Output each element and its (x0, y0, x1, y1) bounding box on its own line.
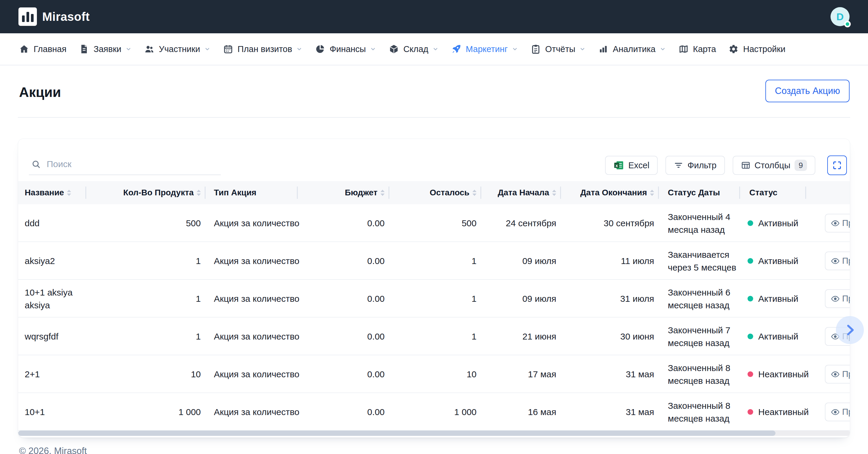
columns-table-icon (741, 161, 750, 170)
table-row: 2+1 10 Акция за количество 0.00 10 17 ма… (18, 355, 850, 393)
cell-type: Акция за количество (206, 369, 298, 379)
page-title: Акции (19, 84, 61, 100)
column-header-budget[interactable]: Бюджет (298, 181, 390, 204)
cell-budget: 0.00 (298, 294, 390, 304)
nav-item-reports[interactable]: Отчёты (531, 44, 586, 54)
status-label: Неактивный (758, 407, 809, 417)
filter-button[interactable]: Фильтр (665, 156, 724, 175)
view-button[interactable]: Просмотр (825, 402, 850, 421)
eye-icon (831, 294, 840, 303)
filter-icon (674, 161, 683, 170)
avatar-letter: D (836, 11, 844, 23)
chevron-down-icon (204, 46, 211, 52)
table-header-row: Название Кол-Во Продукта Тип Акция Бюдже… (18, 181, 850, 204)
search-field (29, 156, 221, 175)
chevron-down-icon (579, 46, 586, 52)
cell-type: Акция за количество (206, 407, 298, 417)
fullscreen-icon (832, 161, 842, 170)
nav-item-analytics[interactable]: Аналитика (598, 44, 666, 54)
column-header-end-date[interactable]: Дата Окончания (561, 181, 659, 204)
cell-name: 10+1 (18, 406, 86, 418)
cell-name: 10+1 aksiya aksiya (18, 286, 86, 312)
cell-type: Акция за количество (206, 294, 298, 304)
cell-date-status: Законченный 4месяца назад (659, 210, 740, 236)
status-label: Активный (758, 294, 798, 304)
bar-chart-icon (598, 44, 608, 54)
nav-item-participants[interactable]: Участники (144, 44, 211, 54)
column-header-name[interactable]: Название (18, 181, 86, 204)
table-row: ddd 500 Акция за количество 0.00 500 24 … (18, 204, 850, 242)
brand-name: Mirasoft (42, 10, 90, 24)
cell-date-status: Законченный 7месяцев назад (659, 324, 740, 349)
status-dot (747, 258, 753, 264)
cell-status: Активный (740, 218, 806, 228)
brand-logo[interactable]: Mirasoft (19, 7, 90, 26)
nav-item-finance[interactable]: Финансы (315, 44, 376, 54)
search-input[interactable] (47, 159, 213, 169)
view-button[interactable]: Просмотр (825, 289, 850, 308)
map-icon (679, 44, 689, 54)
column-header-start-date[interactable]: Дата Начала (481, 181, 561, 204)
cell-date-status: Законченный 6месяцев назад (659, 286, 740, 312)
view-button[interactable]: Просмотр (825, 365, 850, 384)
status-dot (747, 409, 753, 415)
user-avatar[interactable]: D (831, 7, 849, 26)
nav-item-warehouse[interactable]: Склад (389, 44, 439, 54)
status-label: Активный (758, 256, 798, 266)
cell-type: Акция за количество (206, 331, 298, 342)
cell-remaining: 1 (390, 256, 481, 266)
cell-status: Активный (740, 256, 806, 266)
horizontal-scrollbar-thumb[interactable] (18, 430, 775, 436)
cell-start-date: 24 сентября (481, 218, 561, 228)
columns-button[interactable]: Столбцы 9 (733, 156, 815, 175)
users-icon (144, 44, 154, 54)
cell-remaining: 1 (390, 294, 481, 304)
nav-item-marketing[interactable]: Маркетинг (451, 44, 518, 54)
brand-bars-icon (19, 7, 37, 26)
scroll-right-fab[interactable] (836, 316, 864, 344)
cell-name: ddd (18, 217, 86, 230)
cell-status: Неактивный (740, 369, 806, 379)
sort-icon (552, 190, 556, 196)
excel-export-button[interactable]: x Excel (605, 156, 658, 175)
columns-count-badge: 9 (795, 160, 807, 171)
column-header-qty[interactable]: Кол-Во Продукта (86, 181, 206, 204)
cell-actions: Просмотр (806, 393, 850, 431)
rocket-icon (451, 44, 461, 54)
nav-item-requests[interactable]: Заявки (79, 44, 132, 54)
view-button[interactable]: Просмотр (825, 252, 850, 270)
column-header-status: Статус (740, 181, 806, 204)
column-header-remaining[interactable]: Осталось (390, 181, 481, 204)
cell-type: Акция за количество (206, 256, 298, 266)
gear-icon (728, 44, 739, 54)
nav-item-map[interactable]: Карта (679, 44, 716, 54)
view-button[interactable]: Просмотр (825, 214, 850, 232)
eye-icon (831, 219, 840, 228)
table-row: 10+1 1 000 Акция за количество 0.00 1 00… (18, 393, 850, 431)
create-promo-button[interactable]: Создать Акцию (765, 80, 849, 102)
main-nav: Главная Заявки Участники План визитов Фи… (0, 33, 868, 65)
status-dot (747, 296, 753, 301)
cell-end-date: 31 июля (561, 294, 659, 304)
fullscreen-button[interactable] (827, 156, 847, 175)
cell-remaining: 500 (390, 218, 481, 228)
cell-name: aksiya2 (18, 255, 86, 267)
file-icon (79, 44, 89, 54)
package-icon (389, 44, 399, 54)
nav-item-settings[interactable]: Настройки (728, 44, 785, 54)
cell-remaining: 10 (390, 369, 481, 379)
table-row: wqrsgfdf 1 Акция за количество 0.00 1 21… (18, 318, 850, 355)
nav-item-visit-plan[interactable]: План визитов (223, 44, 303, 54)
cell-budget: 0.00 (298, 407, 390, 417)
nav-item-home[interactable]: Главная (19, 44, 66, 54)
cell-date-status: Законченный 8месяцев назад (659, 361, 740, 387)
cell-end-date: 31 мая (561, 369, 659, 379)
status-label: Активный (758, 218, 798, 228)
cell-qty: 1 (86, 294, 206, 304)
cell-status: Активный (740, 294, 806, 304)
pie-chart-icon (315, 44, 325, 54)
calendar-icon (223, 44, 233, 54)
cell-remaining: 1 (390, 331, 481, 342)
horizontal-scrollbar-track (18, 430, 850, 436)
eye-icon (831, 370, 840, 379)
